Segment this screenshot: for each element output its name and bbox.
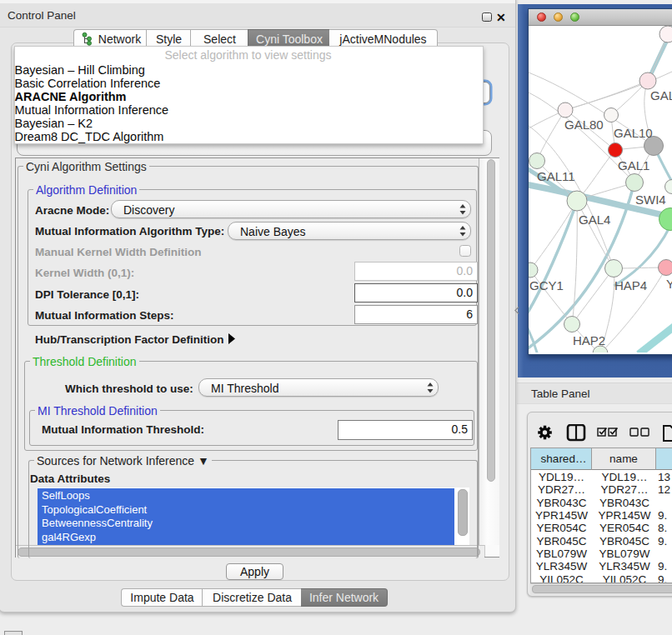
svg-text:Y: Y xyxy=(666,277,672,291)
svg-text:GAL10: GAL10 xyxy=(614,126,653,140)
svg-text:GAL4: GAL4 xyxy=(579,212,610,227)
svg-text:GAL11: GAL11 xyxy=(537,169,575,183)
svg-text:GCY1: GCY1 xyxy=(529,278,564,292)
svg-text:HAP2: HAP2 xyxy=(573,333,605,348)
svg-text:SWI4: SWI4 xyxy=(635,192,666,207)
svg-text:GAL1: GAL1 xyxy=(618,158,649,172)
svg-text:GAL: GAL xyxy=(650,88,672,102)
svg-text:GAL80: GAL80 xyxy=(564,118,604,132)
svg-text:HAP4: HAP4 xyxy=(614,278,647,292)
